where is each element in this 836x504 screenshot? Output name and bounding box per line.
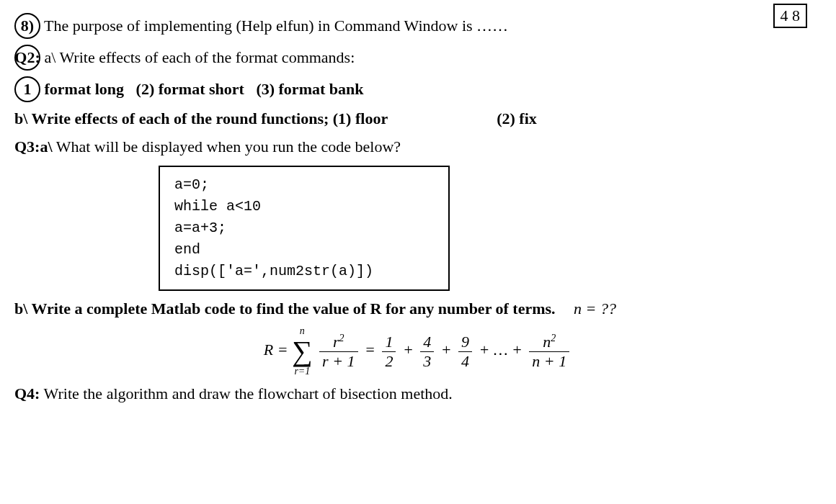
code-line-2: while a<10	[174, 196, 434, 217]
question-8: 8) The purpose of implementing (Help elf…	[14, 13, 822, 39]
term-frac: r2 r + 1	[319, 333, 357, 371]
q2-part-b: b\ Write effects of each of the round fu…	[14, 109, 329, 127]
dots: + … +	[479, 341, 522, 359]
code-block: a=0; while a<10 a=a+3; end disp(['a=',nu…	[159, 166, 450, 291]
q2-opt3: (3) format bank	[256, 80, 363, 98]
formula: R = n ∑ r=1 r2 r + 1 = 1 2 + 4 3 + 9 4 +…	[14, 325, 822, 377]
question-4: Q4: Write the algorithm and draw the flo…	[14, 383, 822, 405]
code-line-4: end	[174, 239, 434, 261]
sigma-icon: ∑	[292, 335, 313, 367]
q3-part-b: b\ Write a complete Matlab code to find …	[14, 300, 556, 318]
q2-options: 1 format long (2) format short (3) forma…	[14, 76, 822, 102]
frac-n: n2 n + 1	[529, 333, 569, 371]
q2-part-b-line: b\ Write effects of each of the round fu…	[14, 108, 822, 130]
corner-values: 4 8	[781, 6, 801, 24]
code-line-5: disp(['a=',num2str(a)])	[174, 261, 434, 282]
sigma-block: n ∑ r=1	[292, 325, 313, 377]
q2-opt2: (2) format short	[136, 80, 244, 98]
equals: =	[365, 341, 375, 359]
term-den: r + 1	[319, 352, 357, 371]
q4-text: Write the algorithm and draw the flowcha…	[44, 384, 453, 402]
q8-number: 8)	[14, 13, 40, 39]
q3-text: What will be displayed when you run the …	[56, 138, 401, 156]
question-3: Q3:a\ What will be displayed when you ru…	[14, 136, 822, 158]
hand-note: n = ??	[574, 298, 616, 320]
q2-label: Q2:	[14, 45, 40, 71]
q3-part-b-line: b\ Write a complete Matlab code to find …	[14, 298, 822, 320]
q2-opt1-num: 1	[14, 76, 40, 102]
q4-label: Q4:	[14, 384, 40, 402]
frac-3: 9 4	[458, 333, 472, 371]
frac-2: 4 3	[420, 333, 434, 371]
q2-b-opt2: (2) fix	[497, 109, 537, 127]
formula-lhs: R =	[264, 341, 288, 359]
code-line-3: a=a+3;	[174, 217, 434, 239]
sigma-bot: r=1	[292, 366, 313, 377]
frac-n-num: n2	[529, 333, 569, 352]
term-num: r2	[319, 333, 357, 352]
q2-b-opt1: (1) floor	[333, 109, 388, 127]
q2-opt1: format long	[45, 80, 125, 98]
q8-text: The purpose of implementing (Help elfun)…	[44, 17, 508, 35]
q3-label: Q3:a\	[14, 138, 53, 156]
question-2-intro: Q2: a\ Write effects of each of the form…	[14, 45, 822, 71]
corner-annotation: 4 8	[773, 4, 808, 28]
code-line-1: a=0;	[174, 174, 434, 196]
q2-part-a: a\ Write effects of each of the format c…	[45, 48, 355, 66]
frac-1: 1 2	[382, 333, 396, 371]
